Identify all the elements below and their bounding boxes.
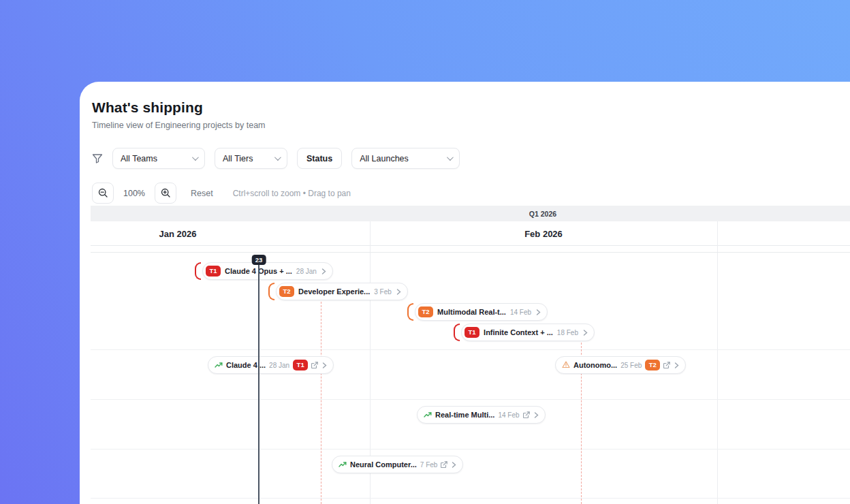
- chevron-right-icon: [536, 309, 541, 315]
- tier-badge: T1: [293, 360, 308, 371]
- teams-filter-dropdown[interactable]: All Teams: [112, 148, 205, 169]
- project-bar[interactable]: T2 Developer Experie... 3 Feb: [268, 283, 408, 300]
- bar-start-arc: [454, 324, 460, 341]
- external-link-icon: [441, 458, 447, 471]
- month-label-feb: Feb 2026: [524, 228, 563, 238]
- quarter-header: Q1 2026: [91, 206, 850, 221]
- project-bar[interactable]: T1 Claude 4 Opus + ... 28 Jan: [195, 262, 333, 280]
- tier-badge: T2: [645, 360, 660, 371]
- launch-item[interactable]: Autonomo... 25 Feb T2: [555, 356, 686, 374]
- chevron-right-icon: [452, 462, 456, 468]
- filter-bar: All Teams All Tiers Status All Launches: [92, 148, 850, 169]
- tier-badge: T1: [206, 266, 221, 277]
- launch-name: Neural Computer...: [350, 460, 417, 469]
- tiers-filter-label: All Tiers: [223, 154, 253, 163]
- project-date: 14 Feb: [510, 309, 531, 316]
- launches-filter-dropdown[interactable]: All Launches: [351, 148, 460, 169]
- tier-badge: T2: [418, 306, 433, 317]
- launch-name: Real-time Multi...: [435, 411, 494, 419]
- month-header: Jan 2026 Feb 2026: [91, 221, 850, 246]
- zoom-in-button[interactable]: [155, 183, 176, 204]
- project-name: Developer Experie...: [298, 287, 370, 296]
- trending-up-icon: [424, 409, 432, 421]
- zoom-toolbar: 100% Reset Ctrl+scroll to zoom • Drag to…: [92, 183, 850, 204]
- project-name: Multimodal Real-t...: [437, 308, 506, 316]
- zoom-out-button[interactable]: [92, 183, 114, 204]
- teams-filter-label: All Teams: [121, 154, 157, 163]
- project-bar[interactable]: T1 Infinite Context + ... 18 Feb: [454, 324, 595, 341]
- reset-zoom-button[interactable]: Reset: [191, 189, 213, 198]
- launch-date: 7 Feb: [420, 461, 438, 469]
- quarter-label: Q1 2026: [529, 210, 556, 218]
- tiers-filter-dropdown[interactable]: All Tiers: [215, 148, 287, 169]
- timeline-chart: 23 T1 Claude 4 Opus + ... 28 Jan T2 Deve…: [91, 252, 850, 504]
- project-date: 18 Feb: [557, 329, 578, 336]
- tier-badge: T1: [465, 327, 479, 338]
- chevron-down-icon: [447, 154, 454, 161]
- zoom-level: 100%: [123, 189, 146, 198]
- page-title: What's shipping: [92, 99, 850, 116]
- launch-item[interactable]: Claude 4 ... 28 Jan T1: [208, 356, 334, 374]
- chevron-right-icon: [583, 330, 588, 336]
- launch-name: Autonomo...: [573, 361, 617, 369]
- filter-icon: [92, 153, 103, 164]
- chevron-right-icon: [674, 362, 679, 368]
- bar-start-arc: [195, 262, 201, 280]
- page-subtitle: Timeline view of Engineering projects by…: [92, 121, 850, 130]
- launch-item[interactable]: Neural Computer... 7 Feb: [332, 456, 463, 473]
- project-name: Infinite Context + ...: [484, 328, 553, 336]
- bar-start-arc: [268, 283, 274, 300]
- chevron-right-icon: [321, 268, 326, 274]
- launch-date: 14 Feb: [498, 411, 519, 419]
- external-link-icon: [523, 409, 530, 421]
- zoom-out-icon: [98, 188, 108, 198]
- month-label-jan: Jan 2026: [159, 228, 197, 238]
- row-divider: [91, 449, 850, 450]
- launch-item[interactable]: Real-time Multi... 14 Feb: [417, 406, 546, 424]
- project-date: 3 Feb: [374, 288, 392, 296]
- timeline: Q1 2026 Jan 2026 Feb 2026 23: [91, 206, 850, 504]
- chevron-right-icon: [396, 289, 401, 295]
- external-link-icon: [663, 359, 670, 371]
- warning-icon: [562, 359, 570, 371]
- main-panel: What's shipping Timeline view of Enginee…: [80, 82, 850, 504]
- chevron-down-icon: [274, 154, 281, 161]
- trending-up-icon: [339, 458, 347, 471]
- launch-date: 25 Feb: [620, 362, 642, 369]
- chevron-right-icon: [322, 362, 327, 368]
- today-badge: 23: [252, 255, 266, 265]
- row-divider: [91, 399, 850, 400]
- launch-date: 28 Jan: [269, 362, 289, 369]
- external-link-icon: [311, 359, 318, 371]
- zoom-hint: Ctrl+scroll to zoom • Drag to pan: [233, 189, 351, 198]
- project-bar[interactable]: T2 Multimodal Real-t... 14 Feb: [407, 303, 548, 321]
- chevron-right-icon: [534, 412, 539, 418]
- trending-up-icon: [215, 359, 223, 371]
- zoom-in-icon: [161, 188, 171, 198]
- milestone-line: [321, 302, 321, 504]
- bar-start-arc: [407, 303, 413, 321]
- today-line: [258, 264, 259, 504]
- status-filter-button[interactable]: Status: [297, 148, 342, 169]
- tier-badge: T2: [279, 286, 294, 297]
- row-divider: [91, 349, 850, 350]
- chevron-down-icon: [192, 154, 199, 161]
- project-date: 28 Jan: [296, 268, 317, 275]
- launches-filter-label: All Launches: [360, 154, 409, 163]
- row-divider: [91, 498, 850, 499]
- launch-name: Claude 4 ...: [226, 361, 266, 369]
